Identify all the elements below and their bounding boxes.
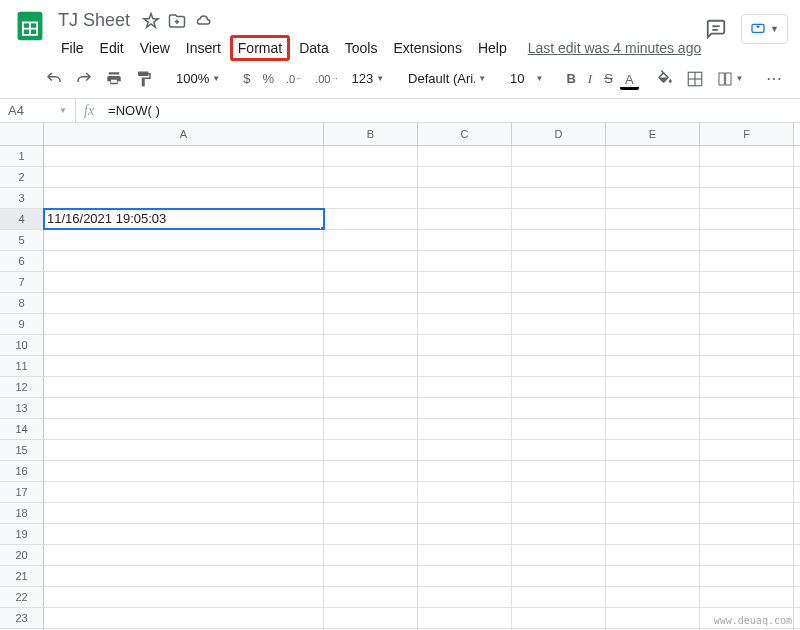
- cell[interactable]: [44, 251, 324, 271]
- currency-button[interactable]: $: [238, 67, 255, 90]
- cell[interactable]: [44, 293, 324, 313]
- row-header[interactable]: 6: [0, 251, 44, 271]
- borders-icon[interactable]: [681, 66, 709, 92]
- cell[interactable]: [606, 188, 700, 208]
- menu-format[interactable]: Format: [230, 35, 290, 61]
- cell[interactable]: [418, 461, 512, 481]
- cell[interactable]: [606, 461, 700, 481]
- cell[interactable]: [324, 461, 418, 481]
- cell[interactable]: [44, 230, 324, 250]
- cell[interactable]: [512, 461, 606, 481]
- cell[interactable]: [512, 335, 606, 355]
- spreadsheet-grid[interactable]: A B C D E F 123411/16/2021 19:05:0356789…: [0, 123, 800, 630]
- cell[interactable]: [324, 524, 418, 544]
- cell[interactable]: [700, 293, 794, 313]
- row-header[interactable]: 13: [0, 398, 44, 418]
- cell[interactable]: [700, 167, 794, 187]
- cell[interactable]: [324, 167, 418, 187]
- row-header[interactable]: 20: [0, 545, 44, 565]
- row-header[interactable]: 7: [0, 272, 44, 292]
- cell[interactable]: [512, 146, 606, 166]
- more-toolbar-icon[interactable]: ⋯: [761, 65, 788, 92]
- cell[interactable]: [418, 398, 512, 418]
- cell[interactable]: [418, 167, 512, 187]
- text-color-button[interactable]: A: [620, 68, 639, 90]
- cell[interactable]: [44, 545, 324, 565]
- font-size-dropdown[interactable]: 10▼: [504, 67, 549, 90]
- menu-file[interactable]: File: [54, 36, 91, 60]
- font-dropdown[interactable]: Default (Ari...▼: [402, 67, 492, 90]
- cell[interactable]: [418, 545, 512, 565]
- cell[interactable]: [418, 230, 512, 250]
- row-header[interactable]: 21: [0, 566, 44, 586]
- row-header[interactable]: 5: [0, 230, 44, 250]
- print-icon[interactable]: [100, 66, 128, 92]
- strike-button[interactable]: S: [599, 67, 618, 90]
- cell[interactable]: [324, 251, 418, 271]
- cell[interactable]: [324, 482, 418, 502]
- cell[interactable]: [606, 419, 700, 439]
- cell[interactable]: [324, 293, 418, 313]
- cell[interactable]: [324, 209, 418, 229]
- cell[interactable]: [512, 293, 606, 313]
- cell[interactable]: [44, 314, 324, 334]
- cell[interactable]: [700, 230, 794, 250]
- row-header[interactable]: 16: [0, 461, 44, 481]
- col-header-A[interactable]: A: [44, 123, 324, 145]
- cell[interactable]: [700, 398, 794, 418]
- cell[interactable]: [512, 503, 606, 523]
- row-header[interactable]: 11: [0, 356, 44, 376]
- cell[interactable]: [324, 356, 418, 376]
- cell[interactable]: [418, 524, 512, 544]
- fill-color-icon[interactable]: [651, 66, 679, 92]
- cell[interactable]: [606, 398, 700, 418]
- percent-button[interactable]: %: [257, 67, 279, 90]
- cell[interactable]: [418, 566, 512, 586]
- cell[interactable]: [606, 566, 700, 586]
- cell[interactable]: [418, 482, 512, 502]
- cell[interactable]: [512, 440, 606, 460]
- cell[interactable]: [418, 587, 512, 607]
- cell[interactable]: [44, 356, 324, 376]
- star-icon[interactable]: [142, 12, 160, 30]
- cell[interactable]: [512, 230, 606, 250]
- selection-handle[interactable]: [320, 226, 324, 229]
- cell[interactable]: [606, 545, 700, 565]
- cell[interactable]: [606, 335, 700, 355]
- cell[interactable]: [44, 146, 324, 166]
- menu-data[interactable]: Data: [292, 36, 336, 60]
- cell[interactable]: [512, 251, 606, 271]
- cell[interactable]: [44, 524, 324, 544]
- menu-insert[interactable]: Insert: [179, 36, 228, 60]
- menu-view[interactable]: View: [133, 36, 177, 60]
- cell[interactable]: [324, 335, 418, 355]
- cell[interactable]: [606, 608, 700, 628]
- cell[interactable]: [700, 188, 794, 208]
- cell[interactable]: [606, 440, 700, 460]
- cell[interactable]: [324, 230, 418, 250]
- formula-input[interactable]: =NOW( ): [102, 103, 800, 118]
- cell[interactable]: [418, 251, 512, 271]
- cell[interactable]: [700, 272, 794, 292]
- cell[interactable]: [606, 482, 700, 502]
- cell[interactable]: [700, 524, 794, 544]
- num-format-dropdown[interactable]: 123▼: [345, 67, 390, 90]
- cell[interactable]: [418, 608, 512, 628]
- cell[interactable]: [606, 272, 700, 292]
- row-header[interactable]: 3: [0, 188, 44, 208]
- sheets-logo[interactable]: [12, 8, 48, 44]
- cell[interactable]: [324, 377, 418, 397]
- cell[interactable]: [324, 545, 418, 565]
- cell[interactable]: [700, 461, 794, 481]
- cell[interactable]: [700, 146, 794, 166]
- row-header[interactable]: 19: [0, 524, 44, 544]
- cell[interactable]: [324, 398, 418, 418]
- col-header-E[interactable]: E: [606, 123, 700, 145]
- cell[interactable]: [700, 314, 794, 334]
- cell[interactable]: [418, 335, 512, 355]
- cell[interactable]: [700, 503, 794, 523]
- row-header[interactable]: 18: [0, 503, 44, 523]
- cell[interactable]: [44, 566, 324, 586]
- row-header[interactable]: 4: [0, 209, 44, 229]
- cell[interactable]: [512, 482, 606, 502]
